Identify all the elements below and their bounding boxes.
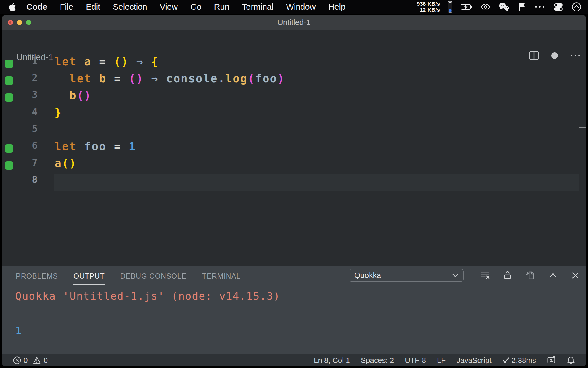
meter-bar-icon[interactable] [448, 1, 453, 13]
network-speed-indicator: 936 KB/s 12 KB/s [417, 1, 440, 13]
menu-run[interactable]: Run [208, 2, 236, 12]
code-text: let foo = 1 [55, 140, 136, 157]
code-line-2[interactable]: 2 let b = () ⇒ console.log(foo) [2, 72, 586, 89]
network-down-speed: 12 KB/s [417, 7, 440, 13]
wechat-icon[interactable] [498, 2, 510, 12]
flag-icon[interactable] [518, 2, 526, 12]
battery-charging-icon[interactable] [461, 3, 473, 10]
menu-go[interactable]: Go [184, 2, 208, 12]
quokka-coverage-indicator [5, 144, 13, 153]
menu-help[interactable]: Help [322, 2, 352, 12]
code-line-5[interactable]: 5 [2, 123, 586, 140]
quokka-coverage-indicator [5, 93, 13, 102]
panel-tab-output[interactable]: OUTPUT [73, 266, 105, 285]
overview-ruler-cursor-marker [579, 126, 586, 128]
error-count: 0 [24, 356, 28, 365]
status-encoding[interactable]: UTF-8 [405, 356, 426, 365]
code-text: a() [55, 157, 77, 174]
line-number: 5 [13, 123, 38, 140]
status-eol[interactable]: LF [437, 356, 446, 365]
code-line-7[interactable]: 7a() [2, 157, 586, 174]
status-line-col[interactable]: Ln 8, Col 1 [314, 356, 350, 365]
warning-icon [33, 356, 41, 365]
quokka-time-status[interactable]: 2.38ms [502, 356, 536, 365]
notifications-bell-icon[interactable] [567, 356, 575, 365]
output-line: Quokka 'Untitled-1.js' (node: v14.15.3) [15, 288, 280, 305]
bottom-panel: PROBLEMSOUTPUTDEBUG CONSOLETERMINAL Quok… [2, 266, 586, 354]
output-channel-select[interactable]: Quokka [349, 269, 464, 282]
warning-count: 0 [43, 356, 47, 365]
quokka-coverage-indicator [5, 60, 13, 68]
control-center-icon[interactable] [553, 2, 564, 12]
code-text: } [55, 106, 62, 123]
output-line: 1 [15, 322, 280, 339]
status-indentation[interactable]: Spaces: 2 [361, 356, 394, 365]
code-text: b() [55, 89, 92, 106]
line-number: 2 [13, 72, 38, 89]
check-icon [502, 357, 509, 364]
unlock-scroll-button[interactable] [503, 271, 512, 280]
chevron-down-icon [452, 274, 458, 277]
link-icon[interactable] [480, 2, 491, 12]
menu-terminal[interactable]: Terminal [236, 2, 280, 12]
menu-window[interactable]: Window [280, 2, 322, 12]
quokka-coverage-indicator [5, 161, 13, 170]
network-up-speed: 936 KB/s [417, 1, 440, 7]
code-line-3[interactable]: 3 b() [2, 89, 586, 106]
maximize-panel-button[interactable] [548, 271, 558, 280]
output-console: Quokka 'Untitled-1.js' (node: v14.15.3) … [15, 288, 280, 339]
vscode-window: Untitled-1 Untitled-1 1let a = () ⇒ {2 l… [2, 15, 586, 366]
chevron-up-circle-icon[interactable] [571, 2, 582, 12]
code-line-4[interactable]: 4} [2, 106, 586, 123]
line-number: 7 [13, 157, 38, 174]
code-line-8[interactable]: 8 [2, 174, 586, 191]
panel-tab-terminal[interactable]: TERMINAL [202, 266, 241, 285]
output-channel-value: Quokka [354, 271, 381, 280]
menu-selection[interactable]: Selection [107, 2, 153, 12]
clear-output-button[interactable] [480, 271, 490, 280]
menu-file[interactable]: File [54, 2, 80, 12]
window-title: Untitled-1 [2, 15, 586, 30]
text-cursor [55, 176, 55, 189]
error-icon [13, 356, 21, 365]
output-line [15, 305, 280, 322]
problems-status[interactable]: 0 0 [13, 356, 48, 365]
apple-menu-icon[interactable] [9, 3, 16, 12]
line-number: 3 [13, 89, 38, 106]
line-number: 6 [13, 140, 38, 157]
status-bar: 0 0 Ln 8, Col 1 Spaces: 2 UTF-8 LF JavaS… [2, 354, 586, 366]
code-text: let a = () ⇒ { [55, 55, 158, 72]
code-line-6[interactable]: 6let foo = 1 [2, 140, 586, 157]
menu-edit[interactable]: Edit [80, 2, 107, 12]
menu-view[interactable]: View [154, 2, 184, 12]
window-title-bar[interactable]: Untitled-1 [2, 15, 586, 30]
feedback-icon[interactable] [547, 356, 556, 365]
code-text: let b = () ⇒ console.log(foo) [55, 72, 285, 89]
line-number: 4 [13, 106, 38, 123]
menu-code[interactable]: Code [20, 2, 54, 12]
ellipsis-icon[interactable] [534, 5, 546, 9]
code-line-1[interactable]: 1let a = () ⇒ { [2, 55, 586, 72]
line-number: 8 [13, 174, 38, 191]
close-panel-button[interactable] [570, 271, 580, 280]
macos-menu-bar: CodeFileEditSelectionViewGoRunTerminalWi… [0, 0, 588, 14]
line-number: 1 [13, 55, 38, 72]
status-language[interactable]: JavaScript [457, 356, 491, 365]
panel-tab-debug-console[interactable]: DEBUG CONSOLE [120, 266, 187, 285]
panel-tab-problems[interactable]: PROBLEMS [15, 266, 59, 285]
quokka-time-value: 2.38ms [512, 356, 536, 365]
quokka-coverage-indicator [5, 76, 13, 85]
open-output-file-button[interactable] [525, 271, 535, 280]
overview-ruler[interactable] [579, 55, 579, 266]
